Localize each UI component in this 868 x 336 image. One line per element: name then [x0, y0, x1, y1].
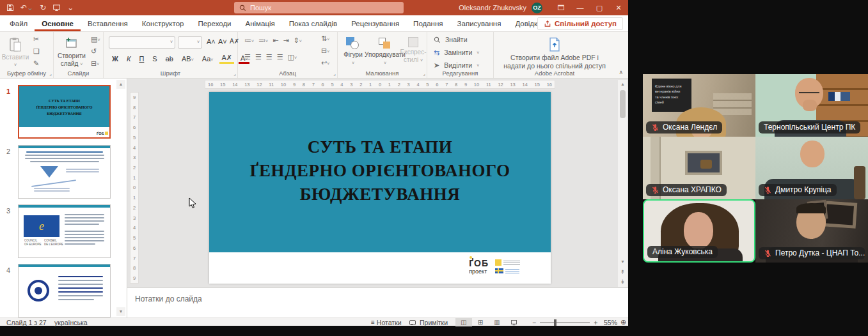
change-case-button[interactable]: Аа˅ — [200, 55, 216, 63]
zoom-slider[interactable] — [540, 322, 590, 323]
close-button[interactable]: ✕ — [609, 0, 628, 15]
collapse-ribbon-icon[interactable]: ∧ — [619, 69, 623, 75]
align-center-icon[interactable]: ☰ — [255, 54, 262, 61]
text-shadow-button[interactable]: S — [150, 55, 159, 63]
shrink-font-icon[interactable]: A˅ — [216, 38, 229, 45]
shapes-button[interactable]: Фігури˅ — [339, 34, 367, 71]
participant-tile-4[interactable]: Дмитро Крупіца — [755, 137, 868, 199]
italic-button[interactable]: К — [125, 55, 132, 63]
editor-scrollbar[interactable]: ▲ ▼ ↟ ↡ — [618, 80, 627, 287]
scroll-up-icon[interactable]: ▲ — [618, 80, 627, 89]
underline-button[interactable]: П — [137, 55, 146, 63]
tab-file[interactable]: Файл — [3, 15, 35, 31]
strikethrough-button[interactable]: ab — [164, 55, 175, 63]
tab-insert[interactable]: Вставлення — [81, 15, 135, 31]
participant-tile-2[interactable]: Тернопільський Центр ПК — [755, 74, 868, 137]
participant-tile-3[interactable]: Оксана ХРАПКО — [643, 137, 755, 199]
section-icon[interactable]: ⊟˅ — [91, 60, 99, 67]
thumbnails-scroll-down-icon[interactable]: ▼ — [116, 307, 125, 316]
view-reading-button[interactable]: ▥ — [489, 318, 505, 326]
fit-to-window-icon[interactable]: ⊕ — [620, 318, 626, 326]
character-spacing-button[interactable]: АВ˅ — [180, 55, 196, 63]
find-button[interactable]: Знайти — [434, 36, 468, 43]
bullets-icon[interactable]: ≔˅ — [244, 37, 254, 44]
ribbon-display-options-icon[interactable]: 🗖 — [551, 0, 571, 15]
account-name[interactable]: Oleksandr Zhukovsky — [459, 4, 526, 11]
tab-home[interactable]: Основне — [35, 15, 81, 31]
participant-tile-5-active[interactable]: Аліна Жуковська — [643, 199, 755, 263]
replace-button[interactable]: ⇆ Замінити˅ — [434, 49, 479, 56]
paragraph-dialog-launcher-icon[interactable]: ⌟ — [333, 71, 336, 77]
tab-design[interactable]: Конструктор — [135, 15, 191, 31]
reset-slide-icon[interactable]: ↺ — [91, 48, 97, 55]
avatar[interactable]: OZ — [532, 3, 542, 13]
tab-slideshow[interactable]: Показ слайдів — [282, 15, 344, 31]
paste-button[interactable]: Вставити˅ — [3, 34, 28, 71]
tab-recording[interactable]: Записування — [450, 15, 509, 31]
customize-qat-icon[interactable]: ⌄ — [67, 4, 74, 11]
language-indicator[interactable]: українська — [54, 318, 88, 326]
tab-transitions[interactable]: Переходи — [191, 15, 238, 31]
slide-title[interactable]: СУТЬ ТА ЕТАПИ ҐЕНДЕРНО ОРІЄНТОВАНОГО БЮД… — [209, 135, 551, 206]
decrease-indent-icon[interactable]: ⇤ — [272, 37, 278, 44]
font-dialog-launcher-icon[interactable]: ⌟ — [233, 71, 236, 77]
undo-icon[interactable]: ↶⌄ — [20, 4, 33, 11]
slide-thumbnail-2[interactable] — [18, 145, 111, 199]
thumbnails-scroll-up-icon[interactable]: ▲ — [116, 80, 125, 89]
zoom-slider-thumb[interactable] — [554, 319, 556, 326]
font-size-select[interactable]: ˅ — [178, 36, 202, 49]
increase-indent-icon[interactable]: ⇥ — [283, 37, 288, 44]
bold-button[interactable]: Ж — [110, 55, 120, 63]
copy-icon[interactable]: ❏ — [33, 48, 40, 55]
slide-thumbnail-3[interactable]: e COUNCIL OF EUROPE CONSEIL DE L'EUROPE — [18, 204, 111, 258]
previous-slide-icon[interactable]: ↟ — [618, 268, 627, 277]
scroll-down-icon[interactable]: ▼ — [618, 257, 627, 266]
participant-tile-1[interactable]: Єдине вікно для ветеранів війни та члені… — [643, 74, 755, 137]
notes-panel[interactable]: Нотатки до слайда — [127, 287, 628, 317]
participant-tile-6[interactable]: Петро Дутка - ЦНАП То... — [755, 199, 868, 263]
tab-animations[interactable]: Анімація — [239, 15, 282, 31]
arrange-button[interactable]: Упорядкувати˅ — [367, 34, 403, 71]
clipboard-dialog-launcher-icon[interactable]: ⌟ — [49, 71, 52, 77]
slide-thumbnail-4[interactable] — [18, 264, 111, 317]
slide-thumbnail-1[interactable]: СУТЬ ТА ЕТАПИ ҐЕНДЕРНО ОРІЄНТОВАНОГО БЮД… — [18, 85, 111, 139]
quick-styles-button[interactable]: Експрес-стилі ˅ — [402, 34, 425, 71]
format-painter-icon[interactable]: ✎ — [33, 60, 39, 67]
zoom-in-icon[interactable]: + — [594, 319, 597, 326]
save-icon[interactable] — [6, 4, 14, 11]
restore-button[interactable]: ▢ — [590, 0, 609, 15]
cut-icon[interactable]: ✂ — [33, 36, 39, 43]
notes-toggle[interactable]: ≡ Нотатки — [371, 318, 402, 326]
minimize-button[interactable]: — — [571, 0, 590, 15]
comments-toggle[interactable]: Примітки — [409, 318, 448, 326]
numbering-icon[interactable]: ≕˅ — [258, 37, 268, 44]
zoom-out-icon[interactable]: − — [532, 319, 536, 326]
slide-canvas[interactable]: СУТЬ ТА ЕТАПИ ҐЕНДЕРНО ОРІЄНТОВАНОГО БЮД… — [209, 92, 551, 284]
view-normal-button[interactable]: ◫ — [455, 318, 472, 326]
new-slide-button[interactable]: Створитислайд ˅ — [55, 34, 88, 71]
create-pdf-button[interactable]: Створити файл Adobe PDF інадати до нього… — [500, 34, 609, 71]
align-text-icon[interactable]: ⊟˅ — [321, 47, 329, 54]
line-spacing-icon[interactable]: ⇕˅ — [294, 37, 302, 44]
text-direction-icon[interactable]: ⇅˅ — [321, 35, 329, 42]
select-button[interactable]: ➤ Виділити˅ — [434, 61, 479, 69]
columns-icon[interactable]: ◫˅ — [288, 54, 297, 61]
redo-icon[interactable]: ↻ — [40, 4, 46, 11]
highlight-color-button[interactable]: A✗ — [219, 54, 234, 64]
view-slide-sorter-button[interactable]: ⊞ — [472, 318, 489, 326]
tab-view[interactable]: Подання — [406, 15, 450, 31]
scrollbar-thumb[interactable] — [620, 90, 626, 118]
view-slideshow-button[interactable] — [505, 318, 522, 326]
align-left-icon[interactable]: ☰ — [244, 54, 251, 61]
grow-font-icon[interactable]: A˄ — [205, 38, 217, 45]
search-input[interactable]: Пошук — [234, 2, 404, 13]
zoom-level[interactable]: 55% — [604, 318, 617, 326]
drawing-dialog-launcher-icon[interactable]: ⌟ — [423, 71, 425, 77]
convert-smartart-icon[interactable]: ↩˅ — [321, 59, 329, 66]
align-right-icon[interactable]: ☰ — [266, 54, 272, 61]
share-button[interactable]: Спільний доступ — [537, 17, 623, 30]
slide-layout-icon[interactable]: ▤˅ — [91, 36, 100, 43]
font-name-select[interactable]: ˅ — [109, 36, 175, 49]
next-slide-icon[interactable]: ↡ — [618, 277, 627, 286]
start-slideshow-icon[interactable] — [52, 4, 61, 11]
